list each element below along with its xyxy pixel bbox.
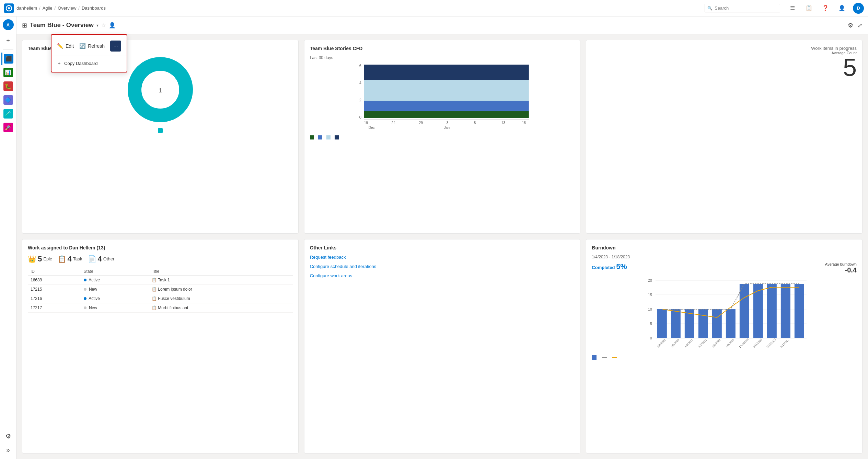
svg-text:Dec: Dec (368, 126, 374, 130)
sidebar-settings-btn[interactable]: ⚙ (2, 430, 14, 443)
dashboard-icon: ⊞ (22, 22, 27, 29)
svg-text:1/12/2023: 1/12/2023 (766, 338, 777, 349)
row-title: 📋 Lorem ipsum dolor (149, 284, 293, 294)
burndown-legend-grey-line (602, 357, 607, 358)
svg-text:1/5/2023: 1/5/2023 (670, 338, 680, 348)
svg-text:5: 5 (650, 322, 652, 326)
svg-rect-39 (726, 309, 736, 338)
expand-icon[interactable]: ⤢ (857, 22, 863, 29)
search-container: 🔍 (705, 4, 780, 12)
breadcrumb-org[interactable]: danhellem (16, 5, 37, 11)
svg-text:13: 13 (501, 121, 505, 125)
edit-button[interactable]: ✏️ Edit (57, 43, 74, 49)
epic-icon: 👑 (28, 255, 36, 263)
sidebar-flow-btn[interactable]: 🔷 (2, 94, 14, 106)
svg-text:1/6/2023: 1/6/2023 (684, 338, 694, 348)
svg-point-2 (8, 7, 10, 9)
search-icon: 🔍 (707, 6, 713, 11)
dashboard-grid: Team Blue_Stories_Iteration 2 - Charts 1… (16, 34, 868, 459)
sidebar-deploy-btn[interactable]: 🚀 (2, 121, 14, 134)
burndown-stats: Completed 5% Average burndown -0.4 (592, 262, 857, 274)
svg-text:1: 1 (159, 88, 162, 93)
dropdown-top-row: ✏️ Edit 🔄 Refresh ··· (51, 38, 127, 54)
dashboard-person[interactable]: 👤 (109, 22, 116, 29)
flow-icon: 🔷 (3, 95, 13, 105)
burndown-legend (592, 355, 857, 360)
dashboard-title: Team Blue - Overview (30, 22, 94, 29)
svg-rect-35 (671, 309, 681, 338)
card-cfd-subtitle: Last 30 days (310, 55, 575, 60)
state-dot (84, 279, 86, 281)
cfd-legend-item-1 (310, 135, 314, 139)
svg-text:1/8/2023: 1/8/2023 (711, 338, 721, 348)
deploy-icon: 🚀 (3, 123, 13, 132)
sidebar-bottom: ⚙ » (2, 430, 14, 456)
work-counts: 👑 5 Epic 📋 4 Task 📄 4 Other (28, 255, 293, 264)
cfd-legend-dot-2 (318, 135, 322, 139)
person-icon[interactable]: 👤 (836, 3, 847, 14)
layout: A + ⬛ 📊 🐛 🔷 🧪 🚀 ⚙ » ⊞ Team Blue - O (0, 16, 868, 459)
svg-text:1/13/20...: 1/13/20... (780, 338, 790, 348)
sidebar-excel-btn[interactable]: 📊 (2, 66, 14, 79)
burndown-header: Burndown 1/4/2023 - 1/18/2023 (592, 245, 857, 259)
list-icon[interactable]: ☰ (787, 3, 798, 14)
other-link-item[interactable]: Request feedback (310, 255, 575, 260)
refresh-icon: 🔄 (79, 43, 86, 49)
sidebar-flask-btn[interactable]: 🧪 (2, 108, 14, 120)
row-title: 📋 Fusce vestibulum (149, 294, 293, 303)
burndown-legend-blue (592, 355, 597, 360)
breadcrumb-project[interactable]: Agile (43, 5, 53, 11)
sidebar-bug-btn[interactable]: 🐛 (2, 80, 14, 92)
svg-rect-12 (364, 101, 529, 111)
svg-rect-13 (364, 111, 529, 118)
search-input[interactable] (705, 4, 780, 12)
col-id: ID (28, 268, 81, 276)
sidebar-boards-btn[interactable]: ⬛ (1, 53, 14, 65)
card-cfd: Team Blue Stories CFD Last 30 days 6 4 2… (304, 40, 581, 234)
dashboard-star[interactable]: ☆ (101, 22, 106, 29)
table-row: 17216 Active 📋 Fusce vestibulum (28, 294, 293, 303)
more-button[interactable]: ··· (110, 41, 121, 52)
cfd-legend-dot-4 (335, 135, 339, 139)
other-link-item[interactable]: Configure schedule and iterations (310, 264, 575, 269)
bug-icon: 🐛 (3, 81, 13, 91)
refresh-button[interactable]: 🔄 Refresh (79, 43, 105, 49)
task-icon: 📋 (58, 255, 66, 263)
burndown-title: Burndown (592, 245, 630, 250)
row-state: Active (81, 275, 149, 284)
app-logo[interactable] (4, 3, 14, 13)
burndown-avg: Average burndown -0.4 (825, 262, 857, 274)
dashboard-chevron[interactable]: ▾ (96, 23, 99, 28)
card-cfd-title: Team Blue Stories CFD (310, 46, 575, 51)
burndown-chart: 0 5 10 15 20 (592, 277, 857, 352)
svg-text:8: 8 (474, 121, 476, 125)
row-task-icon: 📋 (152, 287, 157, 292)
edit-icon: ✏️ (57, 43, 63, 49)
sidebar-add-btn[interactable]: + (2, 34, 14, 47)
row-id: 17217 (28, 303, 81, 312)
help-icon[interactable]: ❓ (820, 3, 831, 14)
card-burndown: Burndown 1/4/2023 - 1/18/2023 Completed … (586, 239, 863, 454)
burndown-legend-blue-dot (592, 355, 597, 360)
cfd-legend-dot-1 (310, 135, 314, 139)
svg-text:3: 3 (446, 121, 448, 125)
col-state: State (81, 268, 149, 276)
breadcrumb-section[interactable]: Overview (58, 5, 76, 11)
work-assigned-title: Work assigned to Dan Hellem (13) (28, 245, 293, 250)
row-state: Active (81, 294, 149, 303)
avatar[interactable]: D (853, 3, 864, 14)
svg-rect-41 (753, 284, 763, 338)
work-count-epic: 👑 5 Epic (28, 255, 52, 264)
clipboard-icon[interactable]: 📋 (803, 3, 814, 14)
copy-dashboard-item[interactable]: ＋ Copy Dashboard (51, 57, 127, 69)
breadcrumb-page[interactable]: Dashboards (82, 5, 106, 11)
other-link-item[interactable]: Configure work areas (310, 273, 575, 278)
sidebar-expand-btn[interactable]: » (2, 444, 14, 456)
svg-text:1/4/2023: 1/4/2023 (657, 338, 667, 348)
sidebar-left: A + ⬛ 📊 🐛 🔷 🧪 🚀 ⚙ » (0, 16, 16, 459)
settings-icon[interactable]: ⚙ (848, 22, 853, 29)
burndown-date-range: 1/4/2023 - 1/18/2023 (592, 255, 630, 259)
burndown-completed: Completed 5% (592, 262, 627, 274)
svg-text:20: 20 (648, 278, 652, 282)
sidebar-avatar[interactable]: A (3, 19, 14, 30)
